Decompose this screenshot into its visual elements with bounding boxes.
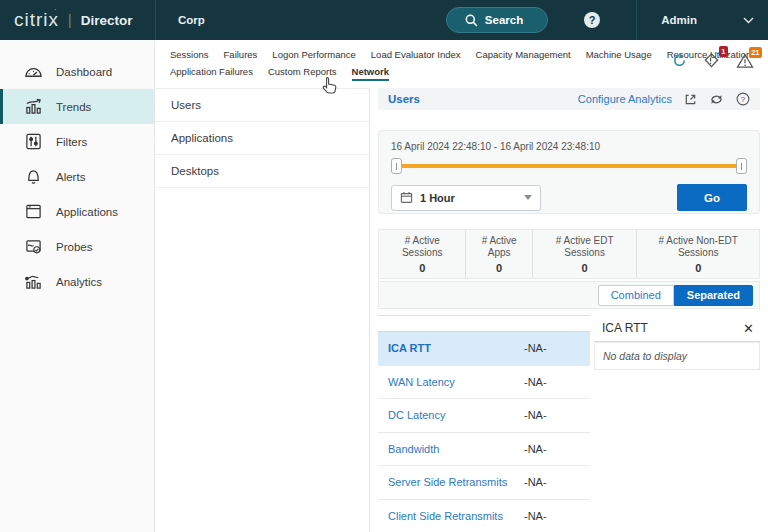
metric-row-dc-latency[interactable]: DC Latency -NA- xyxy=(378,399,590,433)
interval-value: 1 Hour xyxy=(420,192,455,204)
sidebar-label: Dashboard xyxy=(56,66,112,78)
sidebar-label: Trends xyxy=(56,101,91,113)
product-name: Director xyxy=(81,13,133,28)
sidebar-label: Filters xyxy=(56,136,87,148)
admin-label: Admin xyxy=(661,14,697,26)
tab-failures[interactable]: Failures xyxy=(224,49,258,62)
time-range-card: 16 April 2024 22:48:10 - 16 April 2024 2… xyxy=(378,130,760,214)
admin-menu[interactable]: Admin xyxy=(636,0,768,40)
tab-logon-performance[interactable]: Logon Performance xyxy=(272,49,355,62)
search-icon xyxy=(465,14,478,27)
alerts-badge: 1 xyxy=(719,46,728,57)
svg-text:?: ? xyxy=(741,95,746,104)
slider-handle-start[interactable] xyxy=(391,158,402,174)
tab-network[interactable]: Network xyxy=(352,66,389,81)
metric-row-bandwidth[interactable]: Bandwidth -NA- xyxy=(378,433,590,467)
tab-application-failures[interactable]: Application Failures xyxy=(170,66,253,81)
trends-icon xyxy=(24,98,43,115)
metric-row-client-side-retransmits[interactable]: Client Side Retransmits -NA- xyxy=(378,500,590,532)
external-link-icon[interactable] xyxy=(684,93,697,106)
stat-value: 0 xyxy=(582,262,588,274)
tabbar-status-icons: 1 21 xyxy=(672,52,754,69)
combined-button[interactable]: Combined xyxy=(598,285,674,306)
analytics-icon xyxy=(24,273,43,290)
help-circle-icon[interactable]: ? xyxy=(736,92,750,106)
citrix-logo: citrix˙ xyxy=(14,9,59,31)
mouse-cursor-icon xyxy=(322,76,338,94)
metrics-table: ICA RTT -NA- WAN Latency -NA- DC Latency… xyxy=(378,315,590,532)
chevron-down-icon xyxy=(743,17,754,24)
sidebar-item-probes[interactable]: Probes xyxy=(0,229,154,264)
warnings-indicator[interactable]: 21 xyxy=(736,53,754,69)
applications-icon xyxy=(24,203,43,220)
tab-sessions[interactable]: Sessions xyxy=(170,49,209,62)
stat-active-apps: # ActiveApps 0 xyxy=(466,230,533,278)
site-name[interactable]: Corp xyxy=(156,14,205,26)
stat-value: 0 xyxy=(695,262,701,274)
subnav-item-desktops[interactable]: Desktops xyxy=(155,155,369,188)
slider-handle-end[interactable] xyxy=(736,158,747,174)
time-range-slider[interactable] xyxy=(391,158,747,174)
stats-summary: # ActiveSessions 0 # ActiveApps 0 # Acti… xyxy=(378,229,760,279)
sidebar-item-alerts[interactable]: Alerts xyxy=(0,159,154,194)
search-button[interactable]: Search xyxy=(446,7,548,33)
metric-detail-panel: ICA RTT ✕ No data to display xyxy=(594,315,760,532)
go-button[interactable]: Go xyxy=(677,184,747,211)
alerts-indicator[interactable]: 1 xyxy=(703,52,720,69)
detail-panel-title: ICA RTT xyxy=(602,321,648,335)
brand-area: citrix˙ | Director xyxy=(0,9,155,31)
metric-value: -NA- xyxy=(518,376,582,388)
sidebar-label: Analytics xyxy=(56,276,102,288)
calendar-icon xyxy=(400,191,413,204)
alert-tag-icon xyxy=(703,52,720,69)
tab-capacity-management[interactable]: Capacity Management xyxy=(476,49,571,62)
sidebar-label: Applications xyxy=(56,206,118,218)
separated-button[interactable]: Separated xyxy=(674,285,753,306)
sidebar-item-analytics[interactable]: Analytics xyxy=(0,264,154,299)
tab-load-evaluator-index[interactable]: Load Evaluator Index xyxy=(371,49,461,62)
dashboard-icon xyxy=(24,63,43,80)
trends-tab-bar: Sessions Failures Logon Performance Load… xyxy=(155,40,768,88)
slider-track[interactable] xyxy=(393,164,745,168)
stat-value: 0 xyxy=(496,262,502,274)
refresh-button[interactable] xyxy=(672,53,687,68)
logo-dot: ˙ xyxy=(54,8,58,17)
metric-value: -NA- xyxy=(518,510,582,522)
sidebar-label: Alerts xyxy=(56,171,85,183)
panel-header: Users Configure Analytics xyxy=(378,88,760,110)
interval-dropdown[interactable]: 1 Hour xyxy=(391,185,541,211)
sidebar-label: Probes xyxy=(56,241,92,253)
panel-refresh-icon[interactable] xyxy=(709,93,724,106)
metric-value: -NA- xyxy=(518,342,582,354)
sidebar-item-filters[interactable]: Filters xyxy=(0,124,154,159)
stat-active-edt-sessions: # Active EDTSessions 0 xyxy=(533,230,638,278)
no-data-message-box: No data to display xyxy=(594,342,760,370)
sidebar-item-applications[interactable]: Applications xyxy=(0,194,154,229)
help-icon[interactable]: ? xyxy=(584,12,600,28)
bell-icon xyxy=(24,168,43,185)
primary-sidebar: Dashboard Trends Filters xyxy=(0,40,155,532)
metric-row-server-side-retransmits[interactable]: Server Side Retransmits -NA- xyxy=(378,466,590,500)
dropdown-chevron-icon xyxy=(524,195,532,200)
time-range-label: 16 April 2024 22:48:10 - 16 April 2024 2… xyxy=(391,141,747,152)
brand-separator: | xyxy=(68,12,72,28)
metric-value: -NA- xyxy=(518,443,582,455)
metric-row-wan-latency[interactable]: WAN Latency -NA- xyxy=(378,366,590,400)
stat-value: 0 xyxy=(419,262,425,274)
metric-value: -NA- xyxy=(518,409,582,421)
close-icon[interactable]: ✕ xyxy=(743,322,754,335)
subnav-item-applications[interactable]: Applications xyxy=(155,122,369,155)
search-label: Search xyxy=(485,14,523,26)
sidebar-item-dashboard[interactable]: Dashboard xyxy=(0,54,154,89)
probes-icon xyxy=(24,238,43,255)
metric-value: -NA- xyxy=(518,476,582,488)
metrics-table-header xyxy=(378,316,590,332)
sidebar-item-trends[interactable]: Trends xyxy=(0,89,154,124)
main-panel: Users Configure Analytics xyxy=(370,88,768,532)
secondary-sidebar: Users Applications Desktops xyxy=(155,88,370,532)
configure-analytics-link[interactable]: Configure Analytics xyxy=(578,93,672,105)
page-title: Users xyxy=(388,93,420,105)
filters-icon xyxy=(24,133,43,150)
metric-row-ica-rtt[interactable]: ICA RTT -NA- xyxy=(378,332,590,366)
tab-machine-usage[interactable]: Machine Usage xyxy=(586,49,652,62)
